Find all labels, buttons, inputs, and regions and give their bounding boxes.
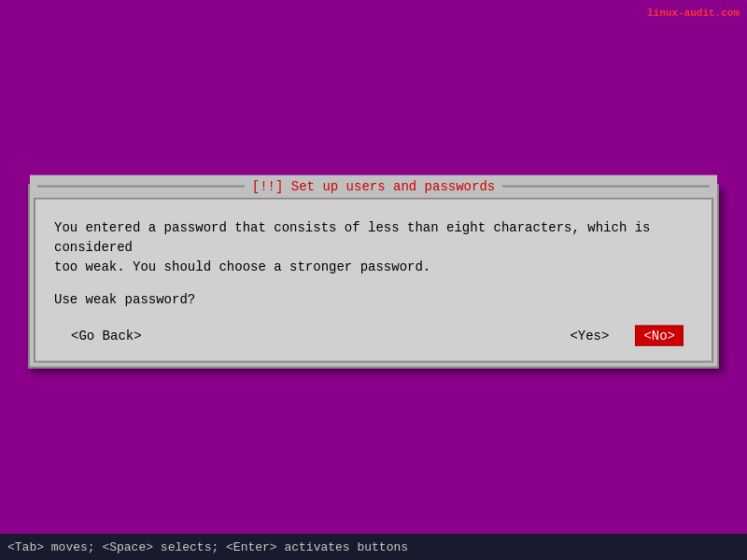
yes-button[interactable]: <Yes>: [562, 327, 616, 345]
watermark: linux-audit.com: [647, 7, 740, 19]
title-line-left: [37, 186, 245, 188]
title-line-right: [502, 186, 710, 188]
status-bar: <Tab> moves; <Space> selects; <Enter> ac…: [0, 534, 747, 560]
dialog-title: [!!] Set up users and passwords: [252, 179, 495, 194]
right-buttons: <Yes> <No>: [562, 326, 684, 346]
dialog-body: You entered a password that consists of …: [34, 198, 713, 363]
message-line2: too weak. You should choose a stronger p…: [54, 258, 693, 277]
go-back-button[interactable]: <Go Back>: [63, 327, 149, 345]
weak-password-question: Use weak password?: [54, 292, 693, 307]
dialog-title-bar: [!!] Set up users and passwords: [30, 175, 717, 198]
dialog-message: You entered a password that consists of …: [54, 218, 693, 277]
dialog-container: [!!] Set up users and passwords You ente…: [28, 185, 719, 369]
message-line1: You entered a password that consists of …: [54, 218, 693, 258]
status-bar-text: <Tab> moves; <Space> selects; <Enter> ac…: [7, 540, 408, 554]
button-row: <Go Back> <Yes> <No>: [54, 326, 693, 346]
no-button[interactable]: <No>: [635, 326, 684, 346]
